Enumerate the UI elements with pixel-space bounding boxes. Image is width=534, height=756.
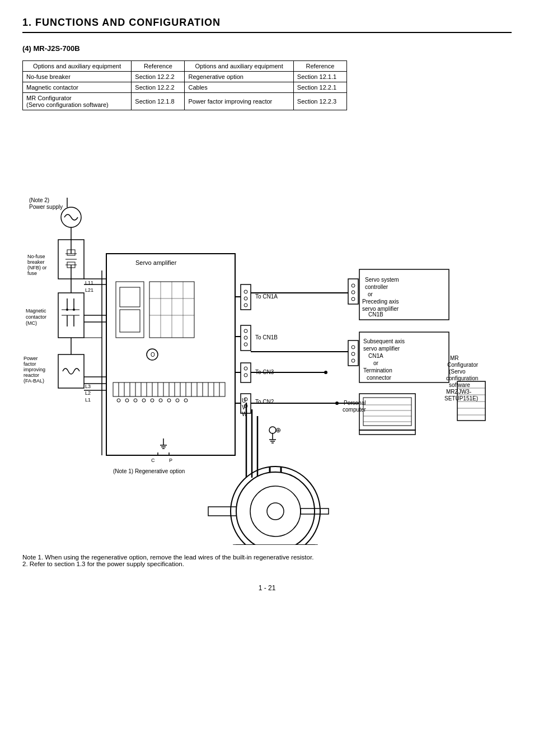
item2-row2: Cables — [185, 82, 293, 93]
ref2-row1: Section 12.1.1 — [293, 72, 346, 82]
page-footer: 1 - 21 — [22, 584, 512, 592]
svg-text:(MC): (MC) — [26, 320, 37, 326]
note2: 2. Refer to section 1.3 for the power su… — [22, 561, 512, 567]
subsequent-axis-label: Subsequent axis — [363, 338, 405, 344]
l1-label: L1 — [85, 397, 91, 403]
mr-configurator-label: MR — [450, 355, 459, 361]
item2-row1: Regenerative option — [185, 72, 293, 82]
l3-label: L3 — [85, 384, 91, 389]
p-label: P — [169, 458, 172, 463]
servo-system-controller-label: Servo system — [365, 277, 399, 283]
to-cn2-label: To CN2 — [255, 399, 274, 405]
subtitle: (4) MR-J2S-700B — [22, 44, 512, 53]
to-cn1a-label: To CN1A — [255, 293, 278, 300]
regenerative-option-label: (Note 1) Regenerative option — [113, 468, 185, 474]
svg-text:configuration: configuration — [446, 375, 478, 381]
notes-area: Note 1. When using the regenerative opti… — [22, 554, 512, 567]
svg-text:fuse: fuse — [27, 270, 37, 276]
svg-text:or: or — [368, 291, 373, 297]
page-title: 1. FUNCTIONS AND CONFIGURATION — [22, 17, 512, 33]
svg-text:factor: factor — [24, 361, 36, 367]
reference-table: Options and auxiliary equipment Referenc… — [22, 60, 347, 110]
svg-text:reactor: reactor — [24, 372, 39, 378]
ref1-row3: Section 12.1.8 — [132, 93, 185, 110]
svg-text:MRZJW3-: MRZJW3- — [446, 389, 471, 395]
item1-row2: Magnetic contactor — [23, 82, 132, 93]
svg-text:(Servo: (Servo — [449, 368, 466, 375]
svg-text:Preceding axis: Preceding axis — [362, 298, 399, 305]
power-factor-label: Power — [24, 356, 38, 361]
to-cn1b-label: To CN1B — [255, 334, 278, 340]
ref1-row2: Section 12.2.2 — [132, 82, 185, 93]
svg-text:connector: connector — [367, 375, 392, 381]
power-supply-label: (Note 2) — [29, 197, 49, 203]
svg-text:breaker: breaker — [27, 259, 45, 265]
reference-table-area: Options and auxiliary equipment Referenc… — [22, 60, 512, 110]
svg-text:Power supply: Power supply — [29, 204, 63, 210]
c-label: C — [151, 458, 155, 463]
o-symbol: O — [151, 352, 155, 358]
svg-text:Termination: Termination — [363, 367, 392, 374]
ref2-row2: Section 12.2.1 — [293, 82, 346, 93]
svg-text:software: software — [449, 382, 470, 388]
svg-text:(NFB) or: (NFB) or — [27, 265, 47, 270]
wiring-diagram: (Note 2) Power supply No-fuse breaker (N… — [24, 119, 510, 545]
col2-header: Reference — [132, 61, 185, 72]
svg-text:contactor: contactor — [26, 314, 46, 320]
ref2-row3: Section 12.2.3 — [293, 93, 346, 110]
ref1-row1: Section 12.2.2 — [132, 72, 185, 82]
svg-text:improving: improving — [24, 367, 45, 372]
note1: Note 1. When using the regenerative opti… — [22, 554, 512, 561]
page-number: 1 - 21 — [259, 584, 276, 592]
col3-header: Options and auxiliary equipment — [185, 61, 293, 72]
l21-label: L21 — [85, 287, 93, 293]
svg-point-147 — [324, 371, 327, 374]
svg-point-23 — [66, 309, 68, 311]
svg-text:SETUP151E): SETUP151E) — [444, 395, 478, 402]
magnetic-contactor-label: Magnetic — [26, 308, 46, 314]
svg-text:servo amplifier: servo amplifier — [363, 346, 400, 352]
col4-header: Reference — [293, 61, 346, 72]
svg-text:Configurator: Configurator — [447, 362, 479, 368]
svg-text:controller: controller — [365, 284, 388, 290]
l2-label: L2 — [85, 390, 91, 396]
svg-text:CN1B: CN1B — [368, 311, 383, 318]
svg-point-24 — [73, 309, 75, 311]
svg-text:or: or — [373, 360, 379, 366]
svg-text:computer: computer — [343, 407, 366, 413]
item2-row3: Power factor improving reactor — [185, 93, 293, 110]
svg-point-162 — [267, 503, 284, 520]
earth-symbol: ⊕ — [275, 426, 281, 434]
svg-text:CN1A: CN1A — [368, 353, 383, 359]
servo-amplifier-label: Servo amplifier — [135, 259, 177, 266]
col1-header: Options and auxiliary equipment — [23, 61, 132, 72]
svg-text:(FA-BAL): (FA-BAL) — [24, 378, 44, 384]
no-fuse-breaker-label: No-fuse — [27, 254, 45, 259]
diagram-area: (Note 2) Power supply No-fuse breaker (N… — [24, 119, 510, 545]
item1-row1: No-fuse breaker — [23, 72, 132, 82]
item1-row3: MR Configurator (Servo configuration sof… — [23, 93, 132, 110]
